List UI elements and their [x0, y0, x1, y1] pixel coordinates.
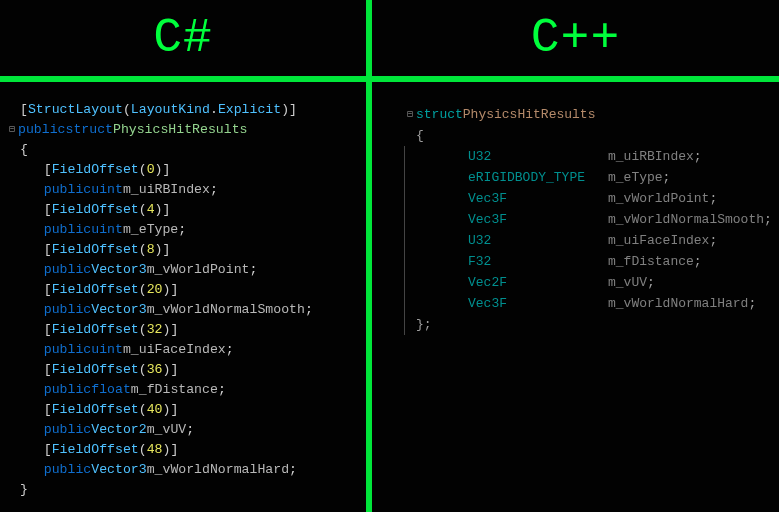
field-name: m_uiFaceIndex: [123, 340, 226, 360]
struct-declaration: ⊟public struct PhysicsHitResults: [6, 120, 360, 140]
field-offset-attr: [FieldOffset(0)]: [6, 160, 360, 180]
attr-name: FieldOffset: [52, 240, 139, 260]
cpp-field-type: eRIGIDBODY_TYPE: [468, 167, 608, 188]
cpp-field-type: Vec3F: [468, 188, 608, 209]
offset-value: 20: [147, 280, 163, 300]
field-offset-attr: [FieldOffset(20)]: [6, 280, 360, 300]
csharp-header: C#: [0, 0, 366, 82]
cpp-field-declaration: eRIGIDBODY_TYPEm_eType;: [382, 167, 773, 188]
cpp-close-brace: };: [382, 314, 773, 335]
cpp-field-name: m_uiFaceIndex: [608, 230, 709, 251]
comparison-container: C# [StructLayout(LayoutKind.Explicit)] ⊟…: [0, 0, 779, 512]
offset-value: 8: [147, 240, 155, 260]
cpp-field-name: m_vWorldNormalSmooth: [608, 209, 764, 230]
field-type: Vector3: [91, 460, 146, 480]
field-name: m_vWorldNormalHard: [147, 460, 289, 480]
struct-attribute: [StructLayout(LayoutKind.Explicit)]: [6, 100, 360, 120]
field-offset-attr: [FieldOffset(8)]: [6, 240, 360, 260]
field-offset-attr: [FieldOffset(32)]: [6, 320, 360, 340]
cpp-field-declaration: Vec3Fm_vWorldNormalSmooth;: [382, 209, 773, 230]
field-type: uint: [91, 180, 123, 200]
field-declaration: public Vector3 m_vWorldPoint;: [6, 260, 360, 280]
field-declaration: public uint m_uiRBIndex;: [6, 180, 360, 200]
field-offset-attr: [FieldOffset(48)]: [6, 440, 360, 460]
cpp-field-name: m_vWorldNormalHard: [608, 293, 748, 314]
cpp-field-name: m_uiRBIndex: [608, 146, 694, 167]
cpp-label: C++: [531, 11, 620, 65]
field-type: Vector3: [91, 260, 146, 280]
field-declaration: public Vector2 m_vUV;: [6, 420, 360, 440]
cpp-field-name: m_vWorldPoint: [608, 188, 709, 209]
field-declaration: public Vector3 m_vWorldNormalSmooth;: [6, 300, 360, 320]
attr-name: FieldOffset: [52, 200, 139, 220]
cpp-field-type: F32: [468, 251, 608, 272]
offset-value: 48: [147, 440, 163, 460]
cpp-field-name: m_vUV: [608, 272, 647, 293]
field-name: m_vUV: [147, 420, 187, 440]
cpp-field-declaration: F32m_fDistance;: [382, 251, 773, 272]
cpp-field-declaration: U32m_uiRBIndex;: [382, 146, 773, 167]
field-type: float: [91, 380, 131, 400]
cpp-field-declaration: U32m_uiFaceIndex;: [382, 230, 773, 251]
cpp-field-type: U32: [468, 146, 608, 167]
access-kw: public: [44, 220, 91, 240]
field-type: Vector3: [91, 300, 146, 320]
cpp-field-declaration: Vec3Fm_vWorldPoint;: [382, 188, 773, 209]
offset-value: 32: [147, 320, 163, 340]
offset-value: 40: [147, 400, 163, 420]
offset-value: 36: [147, 360, 163, 380]
field-declaration: public uint m_eType;: [6, 220, 360, 240]
attr-name: FieldOffset: [52, 320, 139, 340]
field-name: m_vWorldNormalSmooth: [147, 300, 305, 320]
access-kw: public: [44, 380, 91, 400]
field-offset-attr: [FieldOffset(40)]: [6, 400, 360, 420]
cpp-open-brace: {: [382, 125, 773, 146]
field-declaration: public uint m_uiFaceIndex;: [6, 340, 360, 360]
cpp-header: C++: [372, 0, 779, 82]
access-kw: public: [44, 340, 91, 360]
field-offset-attr: [FieldOffset(4)]: [6, 200, 360, 220]
offset-value: 0: [147, 160, 155, 180]
close-brace: }: [6, 480, 360, 500]
cpp-code: ⊟struct PhysicsHitResults { U32m_uiRBInd…: [372, 82, 779, 335]
field-type: Vector2: [91, 420, 146, 440]
cpp-field-type: Vec3F: [468, 209, 608, 230]
cpp-field-type: Vec2F: [468, 272, 608, 293]
attr-name: FieldOffset: [52, 360, 139, 380]
csharp-code: [StructLayout(LayoutKind.Explicit)] ⊟pub…: [0, 82, 366, 500]
access-kw: public: [44, 180, 91, 200]
cpp-panel: C++ ⊟struct PhysicsHitResults { U32m_uiR…: [372, 0, 779, 512]
attr-name: FieldOffset: [52, 440, 139, 460]
attr-name: FieldOffset: [52, 160, 139, 180]
cpp-field-type: U32: [468, 230, 608, 251]
access-kw: public: [44, 260, 91, 280]
cpp-field-type: Vec3F: [468, 293, 608, 314]
cpp-field-declaration: Vec3Fm_vWorldNormalHard;: [382, 293, 773, 314]
field-type: uint: [91, 340, 123, 360]
csharp-label: C#: [153, 11, 213, 65]
access-kw: public: [44, 460, 91, 480]
collapse-icon[interactable]: ⊟: [404, 104, 416, 125]
access-kw: public: [44, 300, 91, 320]
field-name: m_uiRBIndex: [123, 180, 210, 200]
csharp-panel: C# [StructLayout(LayoutKind.Explicit)] ⊟…: [0, 0, 366, 512]
collapse-icon[interactable]: ⊟: [6, 120, 18, 140]
attr-name: FieldOffset: [52, 400, 139, 420]
access-kw: public: [44, 420, 91, 440]
field-name: m_vWorldPoint: [147, 260, 250, 280]
cpp-struct-decl: ⊟struct PhysicsHitResults: [382, 104, 773, 125]
cpp-field-name: m_eType: [608, 167, 663, 188]
attr-name: FieldOffset: [52, 280, 139, 300]
field-declaration: public float m_fDistance;: [6, 380, 360, 400]
cpp-field-name: m_fDistance: [608, 251, 694, 272]
field-name: m_eType: [123, 220, 178, 240]
field-declaration: public Vector3 m_vWorldNormalHard;: [6, 460, 360, 480]
open-brace: {: [6, 140, 360, 160]
field-name: m_fDistance: [131, 380, 218, 400]
cpp-field-declaration: Vec2Fm_vUV;: [382, 272, 773, 293]
offset-value: 4: [147, 200, 155, 220]
field-offset-attr: [FieldOffset(36)]: [6, 360, 360, 380]
field-type: uint: [91, 220, 123, 240]
